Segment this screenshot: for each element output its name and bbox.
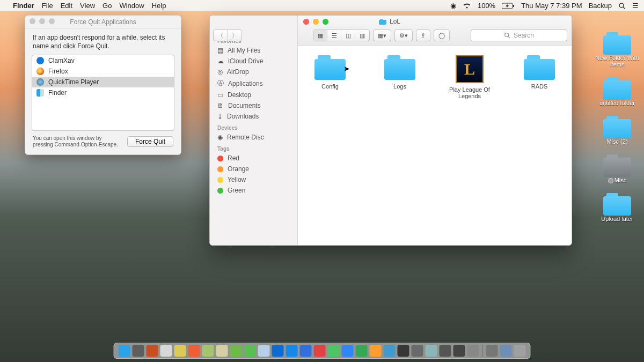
dock-app-icon[interactable] <box>216 345 228 357</box>
menu-view[interactable]: View <box>80 2 95 10</box>
dock-app-icon[interactable] <box>160 345 172 357</box>
dock-app-icon[interactable] <box>133 345 144 357</box>
action-button[interactable]: ⚙︎▾ <box>394 29 413 41</box>
coverflow-view-button[interactable]: ▥ <box>355 30 369 41</box>
dock-app-icon[interactable] <box>314 345 326 357</box>
dock-app-icon[interactable] <box>486 345 498 357</box>
menu-edit[interactable]: Edit <box>61 2 72 10</box>
folder-icon <box>314 55 346 80</box>
dock-app-icon[interactable] <box>453 345 465 357</box>
sidebar-item-downloads[interactable]: ⤓Downloads <box>210 111 297 122</box>
menu-help[interactable]: Help <box>152 2 166 10</box>
dock-app-icon[interactable] <box>500 345 512 357</box>
app-icon <box>36 57 44 64</box>
dock-app-icon[interactable] <box>398 345 409 357</box>
tags-button[interactable]: ◯ <box>434 29 450 41</box>
force-quit-button[interactable]: Force Quit <box>127 136 173 147</box>
sidebar-item-remotedisc[interactable]: ◉Remote Disc <box>210 132 297 143</box>
desktop-folder[interactable]: New Folder With Items <box>592 32 642 68</box>
sidebar-item-allmyfiles[interactable]: ▤All My Files <box>210 45 297 56</box>
wifi-icon[interactable] <box>463 3 471 9</box>
desktop-icons: New Folder With Items untitled folder Mi… <box>590 32 644 222</box>
svg-line-3 <box>623 7 625 9</box>
dock-app-icon[interactable] <box>147 345 158 357</box>
arrange-button[interactable]: ▦▾ <box>373 29 391 41</box>
dock-app-icon[interactable] <box>258 345 270 357</box>
sidebar-item-airdrop[interactable]: ◎AirDrop <box>210 67 297 77</box>
active-app-name[interactable]: Finder <box>13 2 34 10</box>
search-field[interactable]: Search <box>471 29 567 41</box>
screen-record-icon[interactable]: ◉ <box>450 2 456 10</box>
folder-icon <box>379 19 386 25</box>
dock-app-icon[interactable] <box>426 345 437 357</box>
item-label: Logs <box>393 83 406 90</box>
dock-app-icon[interactable] <box>467 345 479 357</box>
dock-app-icon[interactable] <box>202 345 214 357</box>
column-view-button[interactable]: ◫ <box>341 30 355 41</box>
backup-menu[interactable]: Backup <box>589 2 612 10</box>
menu-go[interactable]: Go <box>103 2 112 10</box>
close-button[interactable] <box>30 18 35 24</box>
app-row-selected[interactable]: QuickTime Player <box>32 77 174 87</box>
tag-dot-icon <box>217 166 223 172</box>
dock-app-icon[interactable] <box>286 345 298 357</box>
finder-content[interactable]: Config Logs L Play League Of Legends RAD… <box>298 46 572 245</box>
desktop-folder[interactable]: Upload later <box>592 193 642 222</box>
dock-app-icon[interactable] <box>188 345 200 357</box>
dock-app-icon[interactable] <box>356 345 368 357</box>
dock-app-icon[interactable] <box>244 345 256 357</box>
app-row[interactable]: ClamXav <box>32 55 174 66</box>
sidebar-item-documents[interactable]: 🗎Documents <box>210 100 297 111</box>
folder-item[interactable]: RADS <box>513 55 566 235</box>
sidebar-tag-orange[interactable]: Orange <box>210 164 297 174</box>
notification-center-icon[interactable]: ☰ <box>632 2 639 10</box>
sidebar-item-desktop[interactable]: ▭Desktop <box>210 90 297 100</box>
sidebar-section-tags: Tags <box>210 143 297 153</box>
folder-icon <box>603 116 631 138</box>
dock-app-icon[interactable] <box>328 345 340 357</box>
share-button[interactable]: ⇪ <box>416 29 430 41</box>
force-quit-app-list: ClamXav Firefox QuickTime Player Finder <box>32 55 174 131</box>
back-button[interactable]: 〈 <box>214 30 228 41</box>
sidebar-tag-yellow[interactable]: Yellow <box>210 174 297 185</box>
dock-app-icon[interactable] <box>174 345 186 357</box>
dock-app-icon[interactable] <box>272 345 284 357</box>
battery-charging-icon[interactable] <box>502 3 515 9</box>
app-row[interactable]: Firefox <box>32 66 174 77</box>
app-item[interactable]: L Play League Of Legends <box>443 55 496 235</box>
battery-percent[interactable]: 100% <box>478 2 495 10</box>
clock[interactable]: Thu May 7 7:39 PM <box>521 2 582 10</box>
dock-app-icon[interactable] <box>342 345 354 357</box>
view-mode-switch: ▦ ☰ ◫ ▥ <box>313 29 370 41</box>
list-view-button[interactable]: ☰ <box>327 30 341 41</box>
app-name: ClamXav <box>48 57 75 64</box>
spotlight-icon[interactable] <box>618 2 626 10</box>
force-quit-titlebar[interactable]: Force Quit Applications <box>25 16 181 28</box>
dock-app-icon[interactable] <box>412 345 423 357</box>
menu-window[interactable]: Window <box>119 2 144 10</box>
sidebar-tag-red[interactable]: Red <box>210 153 297 164</box>
dock-app-icon[interactable] <box>230 345 242 357</box>
dock-app-icon[interactable] <box>119 345 130 357</box>
folder-item[interactable]: Config <box>303 55 357 235</box>
allfiles-icon: ▤ <box>217 47 223 54</box>
menu-file[interactable]: File <box>42 2 53 10</box>
sidebar-item-icloud[interactable]: ☁︎iCloud Drive <box>210 56 297 67</box>
minimize-button[interactable] <box>39 18 45 24</box>
dock-app-icon[interactable] <box>300 345 312 357</box>
dock-app-icon[interactable] <box>440 345 451 357</box>
desktop-folder-label: Upload later <box>601 216 633 222</box>
app-row[interactable]: Finder <box>32 87 174 98</box>
zoom-button[interactable] <box>49 18 55 24</box>
dock-app-icon[interactable] <box>384 345 396 357</box>
dock-app-icon[interactable] <box>370 345 382 357</box>
sidebar-tag-green[interactable]: Green <box>210 185 297 196</box>
sidebar-item-applications[interactable]: ⒶApplications <box>210 77 297 90</box>
desktop-folder[interactable]: Misc <box>592 154 642 183</box>
icon-view-button[interactable]: ▦ <box>313 30 327 41</box>
dock-app-icon[interactable] <box>514 345 526 357</box>
folder-item[interactable]: Logs <box>373 55 427 235</box>
desktop-folder[interactable]: untitled folder <box>592 77 642 106</box>
forward-button[interactable]: 〉 <box>228 30 241 41</box>
desktop-folder[interactable]: Misc (2) <box>592 116 642 145</box>
